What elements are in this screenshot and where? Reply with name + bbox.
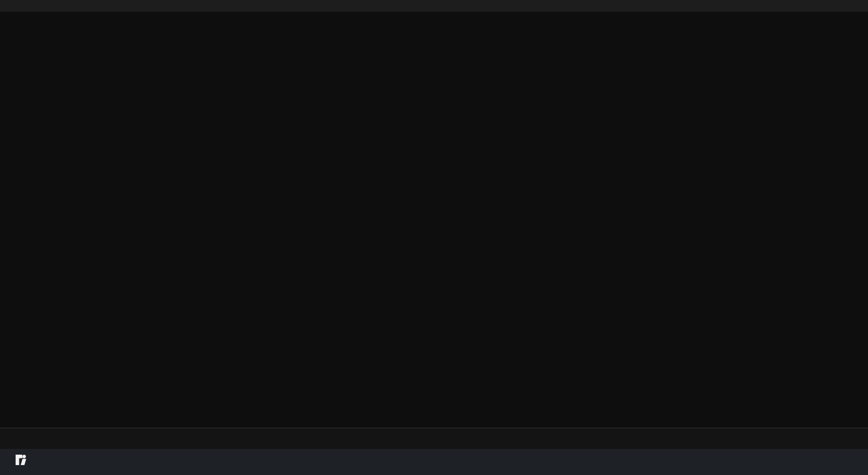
tradingview-logo[interactable] (16, 455, 33, 466)
price-chart-canvas[interactable] (0, 0, 868, 449)
screenshot-attribution-bar (0, 0, 868, 12)
price-axis[interactable] (826, 0, 868, 446)
tradingview-logo-icon (16, 455, 28, 466)
tradingview-chart-window (0, 0, 868, 475)
bottom-toolbar (0, 449, 868, 475)
time-axis[interactable] (0, 428, 868, 449)
